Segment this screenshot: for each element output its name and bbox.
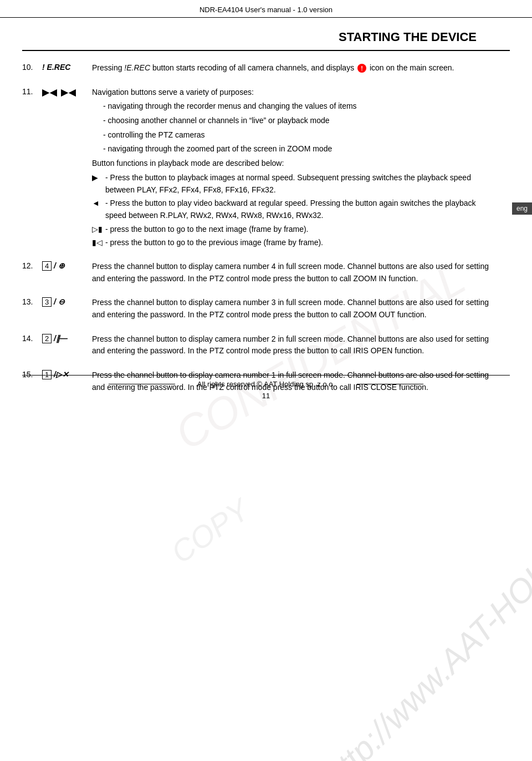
row-10-number: 10. (22, 62, 42, 72)
row-13-symbol: 3 / ⊖ (42, 297, 92, 307)
page-number: 11 (0, 388, 532, 400)
row-12-desc: Press the channel button to display came… (92, 261, 499, 287)
row-11-symbol: ▶◀ ▶◀ (42, 87, 92, 98)
row-11: 11. ▶◀ ▶◀ Navigation buttons serve a var… (22, 87, 499, 251)
row-14-symbol: 2 /‖― (42, 333, 92, 343)
svg-text:COPY: COPY (165, 491, 257, 570)
row-13-desc: Press the channel button to display came… (92, 297, 499, 323)
row-10-symbol: ! E.REC (42, 62, 92, 72)
row-14-desc: Press the channel button to display came… (92, 333, 499, 359)
row-13-number: 13. (22, 297, 42, 306)
row-11-desc: Navigation buttons serve a variety of pu… (92, 87, 499, 251)
row-12-symbol: 4 / ⊕ (42, 261, 92, 271)
footer-copyright: All rights reserved © AAT Holding sp. z … (197, 380, 335, 388)
nav-prev-frame: ▮◁ - press the button to go to the previ… (92, 237, 499, 249)
nav-play-forward: ▶ - Press the button to playback images … (92, 172, 499, 196)
row-14-number: 14. (22, 333, 42, 343)
row-12-number: 12. (22, 261, 42, 270)
nav-play-backward: ◄ - Press the button to play video backw… (92, 197, 499, 221)
row-10: 10. ! E.REC Pressing !E.REC button start… (22, 62, 499, 77)
language-badge: eng (512, 202, 532, 215)
section-title: STARTING THE DEVICE (22, 18, 510, 51)
content-area: 10. ! E.REC Pressing !E.REC button start… (0, 51, 532, 417)
footer-left-rule (109, 384, 175, 384)
row-10-desc: Pressing !E.REC button starts recoding o… (92, 62, 499, 77)
row-12: 12. 4 / ⊕ Press the channel button to di… (22, 261, 499, 287)
page-footer: All rights reserved © AAT Holding sp. z … (0, 375, 532, 400)
footer-right-rule (357, 384, 423, 384)
warning-icon: ! (357, 64, 366, 73)
nav-next-frame: ▷▮ - press the button to go to the next … (92, 224, 499, 236)
row-14: 14. 2 /‖― Press the channel button to di… (22, 333, 499, 359)
row-13: 13. 3 / ⊖ Press the channel button to di… (22, 297, 499, 323)
svg-text:http://www.AAT-HOLDING.com: http://www.AAT-HOLDING.com (317, 446, 532, 761)
footer-line: All rights reserved © AAT Holding sp. z … (22, 375, 510, 388)
row-11-number: 11. (22, 87, 42, 96)
header-title: NDR-EA4104 User's manual - 1.0 version (200, 6, 332, 14)
page-header: NDR-EA4104 User's manual - 1.0 version (0, 0, 532, 18)
